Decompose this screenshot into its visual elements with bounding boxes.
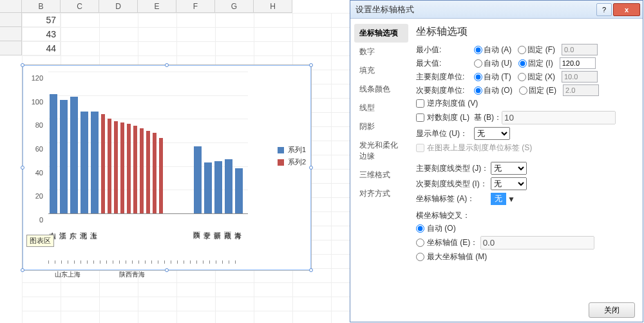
- nav-item[interactable]: 坐标轴选项: [354, 24, 408, 43]
- cell[interactable]: 44: [22, 41, 61, 55]
- close-button[interactable]: x: [613, 3, 640, 16]
- range-value-input[interactable]: [560, 57, 596, 69]
- y-axis: 020406080100120: [23, 72, 46, 213]
- auto-radio[interactable]: [474, 86, 482, 95]
- pane-title: 坐标轴选项: [416, 25, 636, 39]
- auto-radio[interactable]: [474, 73, 482, 81]
- fixed-radio[interactable]: [518, 59, 527, 68]
- axis-range-row: 主要刻度单位:自动 (T)固定 (X): [416, 71, 636, 83]
- bar-series1[interactable]: [60, 100, 68, 213]
- bar-series2[interactable]: [127, 124, 131, 213]
- bar-series2[interactable]: [101, 114, 105, 213]
- y-tick: 20: [35, 192, 43, 200]
- sheet-row[interactable]: 43: [0, 27, 61, 41]
- show-unit-label-checkbox: [416, 144, 424, 152]
- fixed-radio[interactable]: [518, 73, 526, 81]
- cross-value-radio[interactable]: [416, 239, 424, 247]
- nav-item[interactable]: 对齐方式: [354, 184, 408, 203]
- cell[interactable]: 43: [22, 27, 61, 41]
- bar-series1[interactable]: [194, 146, 202, 214]
- bar-series1[interactable]: [204, 162, 212, 213]
- auto-radio[interactable]: [474, 46, 482, 54]
- cross-max-radio[interactable]: [416, 253, 424, 261]
- x-tick-label: [132, 215, 140, 238]
- dialog-title: 设置坐标轴格式: [353, 4, 595, 15]
- spreadsheet[interactable]: BCDEFGH 574344 020406080100120 山东浙江广东湖北上…: [0, 0, 354, 323]
- column-header[interactable]: H: [254, 0, 292, 12]
- bar-series1[interactable]: [80, 112, 88, 213]
- sheet-row[interactable]: 57: [0, 13, 61, 27]
- cross-auto-radio[interactable]: [416, 224, 424, 233]
- column-header[interactable]: B: [22, 0, 61, 12]
- plot-area: [48, 72, 248, 213]
- axis-range-row: 最小值:自动 (A)固定 (F): [416, 44, 636, 55]
- fixed-radio[interactable]: [518, 46, 526, 54]
- display-units-select[interactable]: 无: [474, 127, 510, 140]
- column-headers: BCDEFGH: [0, 0, 292, 13]
- nav-item[interactable]: 三维格式: [354, 166, 408, 184]
- bar-series2[interactable]: [146, 131, 150, 213]
- major-tick-select[interactable]: 无: [491, 162, 527, 175]
- x-tick-label: [163, 215, 171, 238]
- cross-value-input: [480, 236, 594, 250]
- nav-item[interactable]: 发光和柔化边缘: [354, 136, 408, 166]
- bar-series2[interactable]: [133, 126, 137, 213]
- minor-tick-select[interactable]: 无: [491, 177, 527, 190]
- crosses-at-title: 横坐标轴交叉：: [416, 210, 636, 221]
- chart-area-tooltip: 图表区: [26, 235, 54, 247]
- column-header[interactable]: E: [138, 0, 176, 12]
- bar-series2[interactable]: [114, 121, 118, 213]
- dialog-titlebar[interactable]: 设置坐标轴格式 ? x: [350, 1, 643, 19]
- nav-item[interactable]: 线型: [354, 99, 408, 117]
- secondary-axis-label-right: 陕西青海: [119, 270, 145, 279]
- range-value-input: [562, 44, 598, 55]
- x-tick-label: 宁夏: [204, 215, 212, 238]
- x-tick-label: 青海: [235, 215, 243, 238]
- auto-radio[interactable]: [474, 59, 482, 68]
- column-header[interactable]: [0, 0, 22, 12]
- column-header[interactable]: D: [99, 0, 138, 12]
- log-scale-checkbox[interactable]: [416, 113, 424, 122]
- reverse-values-label: 逆序刻度值 (V): [427, 98, 478, 109]
- bar-series2[interactable]: [153, 133, 156, 213]
- y-tick: 100: [32, 98, 43, 106]
- bar-series2[interactable]: [159, 138, 163, 213]
- close-footer-button[interactable]: 关闭: [589, 302, 635, 318]
- bar-series1[interactable]: [70, 97, 78, 214]
- column-header[interactable]: G: [215, 0, 254, 12]
- nav-item[interactable]: 数字: [354, 43, 408, 61]
- bar-series1[interactable]: [91, 112, 99, 213]
- bar-series1[interactable]: [50, 94, 57, 213]
- x-tick-label: [101, 215, 109, 238]
- nav-item[interactable]: 填充: [354, 61, 408, 80]
- column-header[interactable]: C: [61, 0, 99, 12]
- bar-series2[interactable]: [140, 128, 144, 213]
- dialog-nav[interactable]: 坐标轴选项数字填充线条颜色线型阴影发光和柔化边缘三维格式对齐方式: [350, 19, 412, 302]
- fixed-radio[interactable]: [519, 86, 527, 95]
- bar-series2[interactable]: [120, 122, 124, 213]
- nav-item[interactable]: 阴影: [354, 117, 408, 136]
- chart-legend: 系列1 系列2: [278, 142, 306, 170]
- reverse-values-checkbox[interactable]: [416, 99, 424, 108]
- cell[interactable]: 57: [22, 13, 61, 27]
- bar-series2[interactable]: [108, 119, 111, 213]
- help-button[interactable]: ?: [596, 3, 612, 16]
- y-tick: 40: [35, 169, 43, 177]
- sheet-row[interactable]: 44: [0, 41, 61, 55]
- axis-label-select[interactable]: 无: [491, 193, 506, 205]
- bar-series1[interactable]: [235, 168, 243, 213]
- nav-item[interactable]: 线条颜色: [354, 80, 408, 99]
- range-value-input: [562, 71, 598, 83]
- log-base-input: [502, 111, 616, 124]
- x-tick-label: 上海: [91, 215, 99, 238]
- secondary-axis-label-left: 山东上海: [55, 270, 80, 279]
- range-value-input: [563, 84, 599, 96]
- x-tick-label: 湖北: [80, 215, 88, 238]
- embedded-chart[interactable]: 020406080100120 山东浙江广东湖北上海陕西宁夏新疆西藏青海 系列1…: [22, 64, 312, 271]
- format-axis-dialog[interactable]: 设置坐标轴格式 ? x 坐标轴选项数字填充线条颜色线型阴影发光和柔化边缘三维格式…: [350, 0, 643, 322]
- bar-series1[interactable]: [225, 159, 232, 213]
- log-scale-label: 对数刻度 (L): [427, 112, 469, 123]
- bar-series1[interactable]: [214, 161, 222, 213]
- secondary-x-axis: [48, 251, 248, 264]
- column-header[interactable]: F: [176, 0, 215, 12]
